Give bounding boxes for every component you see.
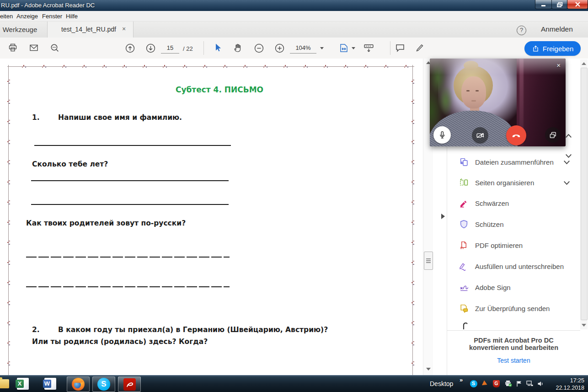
comment-button[interactable] xyxy=(392,40,408,56)
freigeben-button[interactable]: Freigeben xyxy=(524,41,581,56)
panel-expand-button[interactable] xyxy=(441,212,447,220)
sidebar-item-ausfuellen-und-unterschreiben[interactable]: Ausfüllen und unterschreiben xyxy=(447,258,564,274)
zoom-out-button[interactable] xyxy=(251,40,267,56)
menu-item-anzeige[interactable]: Anzeige xyxy=(16,13,38,20)
switch-camera-button[interactable] xyxy=(545,127,561,143)
video-call-overlay[interactable]: × xyxy=(430,59,566,146)
search-button[interactable] xyxy=(47,40,63,56)
taskbar-clock[interactable]: 17:25 22.12.2018 xyxy=(556,377,584,392)
tray-network-icon[interactable] xyxy=(526,380,534,387)
sidebar-item-pdf-optimieren[interactable]: PDF optimieren xyxy=(447,237,564,253)
scroll-up-button[interactable] xyxy=(582,62,586,65)
question-1-text: Напиши свое имя и фамилию. xyxy=(58,113,182,122)
pdf-page: Субтест 4. ПИСЬМО 1. Напиши свое имя и ф… xyxy=(7,65,414,375)
page-total-label: / 22 xyxy=(183,45,193,52)
clock-date: 22.12.2018 xyxy=(556,384,584,392)
scroll-down-button[interactable] xyxy=(582,324,586,327)
help-icon[interactable]: ? xyxy=(517,26,526,35)
taskbar-firefox-button[interactable] xyxy=(67,376,90,392)
zoom-in-button[interactable] xyxy=(272,40,287,56)
taskbar: X W S Desktop » S G xyxy=(0,375,588,392)
tray-skype-icon[interactable]: S xyxy=(470,380,477,387)
share-icon xyxy=(532,45,540,53)
document-viewport[interactable]: Субтест 4. ПИСЬМО 1. Напиши свое имя и ф… xyxy=(0,59,440,375)
fit-width-button[interactable] xyxy=(336,40,352,56)
tab-close-icon[interactable]: × xyxy=(122,25,126,32)
reading-mode-button[interactable] xyxy=(361,40,376,56)
sidebar-item-seiten-organisieren[interactable]: Seiten organisieren xyxy=(447,175,564,190)
close-button[interactable] xyxy=(567,0,588,9)
sidebar-item-label: Schwärzen xyxy=(475,199,509,207)
taskbar-word-button[interactable]: W xyxy=(44,377,57,390)
previous-page-button[interactable] xyxy=(122,40,138,56)
chevron-down-icon[interactable] xyxy=(565,153,572,159)
chevron-down-icon[interactable] xyxy=(563,160,570,165)
sidebar-item-zur-ueberpruefung-senden[interactable]: Zur Überprüfung senden xyxy=(447,301,564,316)
tray-speaker-icon[interactable] xyxy=(536,380,544,387)
clock-time: 17:25 xyxy=(556,377,584,384)
question-4-text-line2: Или ты родился (родилась) здесь? Когда? xyxy=(32,338,208,346)
taskbar-acrobat-button[interactable] xyxy=(118,376,141,392)
tab-document[interactable]: test_14_let_RU.pdf × xyxy=(47,21,134,38)
taskbar-excel-button[interactable]: X xyxy=(16,377,29,390)
freigeben-label: Freigeben xyxy=(543,45,574,53)
select-tool-button[interactable] xyxy=(210,40,226,56)
tray-flag-icon[interactable] xyxy=(515,380,523,387)
restore-icon xyxy=(557,2,563,7)
hang-up-button[interactable] xyxy=(506,125,526,145)
tray-gdata-shield-icon[interactable]: G xyxy=(492,380,500,387)
menu-item-fenster[interactable]: Fenster xyxy=(42,13,62,20)
person-eye xyxy=(476,90,479,91)
tray-arrow-icon[interactable] xyxy=(481,380,489,387)
scroll-down-button[interactable] xyxy=(426,368,431,371)
skype-icon: S xyxy=(97,378,110,391)
call-close-icon[interactable]: × xyxy=(556,62,561,69)
minimize-button[interactable] xyxy=(535,0,552,9)
print-button[interactable] xyxy=(5,40,21,56)
test-starten-link[interactable]: Test starten xyxy=(497,357,530,364)
email-button[interactable] xyxy=(26,40,42,56)
sidebar-item-schwaerzen[interactable]: Schwärzen xyxy=(447,195,564,211)
switch-camera-icon xyxy=(548,130,558,140)
taskbar-explorer-button[interactable] xyxy=(0,377,9,390)
maximize-restore-button[interactable] xyxy=(551,0,568,9)
toolbar-divider xyxy=(203,41,204,55)
taskbar-skype-button[interactable]: S xyxy=(92,376,115,392)
reading-mode-icon xyxy=(363,43,374,54)
zoom-chevron-down-icon[interactable] xyxy=(320,47,324,49)
mute-button[interactable] xyxy=(433,126,451,144)
camera-off-button[interactable] xyxy=(472,127,488,144)
menu-item-hilfe[interactable]: Hilfe xyxy=(66,13,78,20)
tab-bar: Werkzeuge test_14_let_RU.pdf × ? Anmelde… xyxy=(0,21,588,38)
tab-werkzeuge-label: Werkzeuge xyxy=(3,26,37,33)
question-4-number: 2. xyxy=(32,326,40,334)
tray-overflow-chevron[interactable]: » xyxy=(460,376,463,383)
sign-in-link[interactable]: Anmelden xyxy=(541,25,573,33)
sidebar-item-dateien-zusammenfuehren[interactable]: Dateien zusammenführen xyxy=(447,154,564,170)
scrollbar-thumb[interactable] xyxy=(424,252,433,270)
tray-printer-icon[interactable] xyxy=(504,380,512,387)
fit-width-chevron-down-icon[interactable] xyxy=(352,47,355,49)
chevron-down-icon[interactable] xyxy=(563,180,570,186)
tab-werkzeuge[interactable]: Werkzeuge xyxy=(0,21,48,38)
video-top-glare xyxy=(430,59,566,75)
page-number-input[interactable]: 15 xyxy=(161,43,179,54)
hand-tool-button[interactable] xyxy=(230,40,246,56)
sidebar-scrollbar[interactable] xyxy=(580,59,588,329)
chevron-up-icon[interactable] xyxy=(565,133,572,139)
promo-text-line1: PDFs mit Acrobat Pro DC xyxy=(447,337,580,344)
sidebar-item-adobe-sign[interactable]: Adobe Sign xyxy=(447,279,564,295)
next-page-button[interactable] xyxy=(143,40,158,56)
send-review-icon xyxy=(458,303,469,313)
decorative-border-top xyxy=(7,65,414,68)
hang-up-icon xyxy=(510,129,522,141)
scrollbar-grip xyxy=(426,258,431,259)
sidebar-item-clipped-icon[interactable] xyxy=(462,322,468,329)
highlight-button[interactable] xyxy=(412,40,428,56)
scrollbar-thumb[interactable] xyxy=(581,68,588,320)
desktop-label[interactable]: Desktop xyxy=(430,380,453,387)
menu-item-bearbeiten[interactable]: eiten xyxy=(0,13,13,20)
zoom-level-dropdown[interactable]: 104% xyxy=(290,43,316,54)
sidebar-item-schuetzen[interactable]: Schützen xyxy=(447,216,564,232)
merge-files-icon xyxy=(458,157,469,167)
